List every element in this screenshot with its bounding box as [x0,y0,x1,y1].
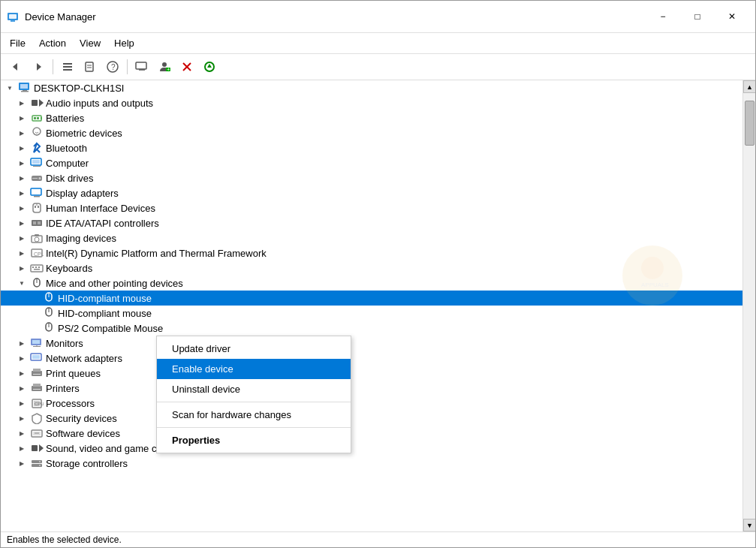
print-queues-expand-icon[interactable]: ▶ [16,367,28,379]
network-expand-icon[interactable]: ▶ [16,352,28,364]
tree-item-hid[interactable]: ▶ Human Interface Devices [1,200,742,215]
user-toolbar-button[interactable]: + [154,57,175,77]
help-toolbar-button[interactable]: ? [102,57,123,77]
svg-rect-75 [33,369,41,372]
software-expand-icon[interactable]: ▶ [16,427,28,439]
tree-item-bluetooth[interactable]: ▶ Bluetooth [1,140,742,155]
tree-item-display[interactable]: ▶ Display adapters [1,185,742,200]
ctx-enable-device[interactable]: Enable device [157,359,351,379]
sound-expand-icon[interactable]: ▶ [16,442,28,454]
computer-toolbar-button[interactable] [131,57,152,77]
tree-item-hid-mouse2[interactable]: HID-compliant mouse [1,306,742,321]
show-hidden-button[interactable] [57,57,78,77]
printers-expand-icon[interactable]: ▶ [16,382,28,394]
tree-item-security[interactable]: ▶ Security devices [1,411,742,426]
hid-mouse1-label: HID-compliant mouse [58,293,155,304]
menu-help[interactable]: Help [108,35,140,52]
ide-expand-icon[interactable]: ▶ [16,217,28,229]
scan-toolbar-button[interactable] [199,57,220,77]
svg-rect-78 [33,384,41,387]
scrollbar[interactable]: ▲ ▼ [742,80,755,531]
processors-expand-icon[interactable]: ▶ [16,397,28,409]
tree-item-disk[interactable]: ▶ Disk drives [1,170,742,185]
menu-view[interactable]: View [74,35,107,52]
security-expand-icon[interactable]: ▶ [16,412,28,424]
monitors-expand-icon[interactable]: ▶ [16,337,28,349]
mice-expand-icon[interactable]: ▼ [16,277,28,289]
back-button[interactable] [5,57,26,77]
tree-item-storage[interactable]: ▶ Storage controllers [1,456,742,471]
audio-expand-icon[interactable]: ▶ [16,97,28,109]
svg-rect-5 [63,63,72,65]
batteries-expand-icon[interactable]: ▶ [16,112,28,124]
remove-toolbar-button[interactable] [176,57,197,77]
properties-icon [84,61,96,73]
ctx-properties[interactable]: Properties [157,430,351,450]
intel-icon: CPU [30,246,44,260]
menu-action[interactable]: Action [33,35,72,52]
scroll-thumb[interactable] [745,101,754,146]
maximize-button[interactable]: □ [680,5,715,28]
storage-expand-icon[interactable]: ▶ [16,457,28,469]
svg-rect-77 [32,386,42,391]
tree-panel[interactable]: ▼ DESKTOP-CLKH1SI ▶ Audio inputs and out… [1,80,742,531]
ctx-scan-changes[interactable]: Scan for hardware changes [157,405,351,425]
tree-item-ps2[interactable]: PS/2 Compatible Mouse [1,321,742,336]
properties-toolbar-button[interactable] [80,57,101,77]
hid-expand-icon[interactable]: ▶ [16,202,28,214]
tree-item-print-queues[interactable]: ▶ Print queues [1,366,742,381]
tree-item-mice[interactable]: ▼ Mice and other pointing devices [1,276,742,291]
toolbar: ? + [1,54,755,80]
forward-button[interactable] [28,57,49,77]
tree-item-biometric[interactable]: ▶ Biometric devices [1,125,742,140]
ctx-update-driver[interactable]: Update driver [157,339,351,359]
ps2-icon [42,321,56,335]
tree-item-audio[interactable]: ▶ Audio inputs and outputs [1,95,742,110]
tree-item-monitors[interactable]: ▶ Monitors [1,336,742,351]
imaging-expand-icon[interactable]: ▶ [16,232,28,244]
biometric-expand-icon[interactable]: ▶ [16,127,28,139]
svg-point-51 [35,237,39,242]
scroll-down-button[interactable]: ▼ [743,519,755,531]
bluetooth-expand-icon[interactable]: ▶ [16,142,28,154]
svg-rect-79 [33,389,41,390]
svg-rect-49 [38,221,41,224]
svg-rect-30 [34,117,36,119]
root-expand-icon[interactable]: ▼ [4,82,16,94]
svg-rect-69 [32,340,40,344]
close-button[interactable]: ✕ [715,5,749,28]
toolbar-separator-2 [127,59,128,74]
svg-text:+: + [167,66,170,73]
hid-label: Human Interface Devices [46,203,158,214]
tree-item-sound[interactable]: ▶ Sound, video and game controllers [1,441,742,456]
keyboards-expand-icon[interactable]: ▶ [16,262,28,274]
scroll-track[interactable] [743,93,755,519]
svg-point-90 [39,461,41,462]
tree-item-network[interactable]: ▶ Network adapters [1,351,742,366]
tree-item-printers[interactable]: ▶ Printers [1,381,742,396]
tree-item-intel[interactable]: ▶ CPU Intel(R) Dynamic Platform and Ther… [1,245,742,260]
menu-file[interactable]: File [4,35,32,52]
ctx-uninstall-device[interactable]: Uninstall device [157,379,351,399]
tree-item-imaging[interactable]: ▶ Imaging devices [1,230,742,245]
main-content: ▼ DESKTOP-CLKH1SI ▶ Audio inputs and out… [1,80,755,531]
tree-item-batteries[interactable]: ▶ Batteries [1,110,742,125]
tree-item-hid-mouse1[interactable]: HID-compliant mouse [1,291,742,306]
title-left: Device Manager [7,11,96,23]
tree-item-computer[interactable]: ▶ Computer [1,155,742,170]
app-icon [7,11,19,23]
intel-expand-icon[interactable]: ▶ [16,247,28,259]
svg-rect-23 [20,84,28,89]
scroll-up-button[interactable]: ▲ [743,80,755,93]
tree-root[interactable]: ▼ DESKTOP-CLKH1SI [1,80,742,95]
storage-label: Storage controllers [46,458,131,469]
disk-expand-icon[interactable]: ▶ [16,172,28,184]
tree-item-ide[interactable]: ▶ IDE ATA/ATAPI controllers [1,215,742,230]
display-expand-icon[interactable]: ▶ [16,187,28,199]
computer-expand-icon[interactable]: ▶ [16,157,28,169]
tree-item-software[interactable]: ▶ Software devices [1,426,742,441]
tree-item-keyboards[interactable]: ▶ Keyboards [1,260,742,276]
minimize-button[interactable]: − [646,5,680,28]
network-icon [30,351,44,365]
tree-item-processors[interactable]: ▶ CPU Processors [1,396,742,411]
